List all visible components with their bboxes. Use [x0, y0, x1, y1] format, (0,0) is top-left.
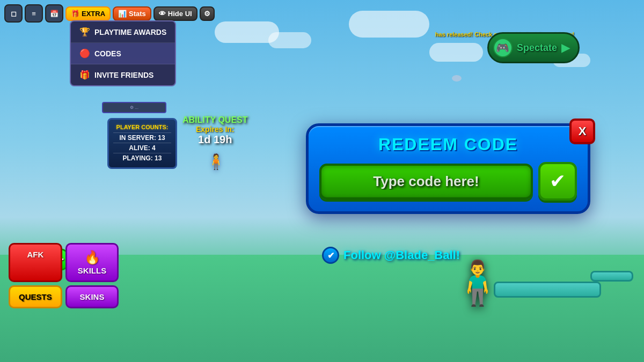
cloud-blob — [452, 75, 462, 82]
spectate-text: Spectate — [517, 42, 557, 54]
stats-button[interactable]: 📊 Stats — [113, 6, 151, 21]
bottom-buttons: AFK 🔥 SKILLS QUESTS SKINS — [9, 243, 119, 308]
checkmark-icon: ✔ — [550, 170, 566, 193]
skills-label: SKILLS — [78, 266, 106, 275]
spectate-icon: 🎮 — [493, 38, 513, 57]
redeem-code-title: REDEEM CODE — [319, 135, 577, 154]
player-counts-board: PLAYER COUNTS: IN SERVER: 13 ALIVE: 4 PL… — [107, 118, 177, 169]
hide-ui-label: Hide UI — [168, 10, 192, 18]
player-board-alive: ALIVE: 4 — [113, 143, 171, 153]
ability-quest-title: ABILITY QUEST — [182, 115, 248, 125]
quests-label: QUESTS — [19, 292, 52, 301]
redeem-code-modal: X REDEEM CODE ✔ — [306, 123, 590, 214]
player-board-header: PLAYER COUNTS: — [113, 124, 171, 130]
icon-1: ◻ — [11, 10, 17, 18]
ability-quest-expires-label: Expires In: — [182, 125, 248, 134]
platform-1 — [494, 282, 601, 298]
ability-quest-panel: ABILITY QUEST Expires In: 1d 19h — [182, 115, 248, 146]
toolbar-icon-2[interactable]: ≡ — [25, 4, 43, 23]
redeem-input-row: ✔ — [319, 162, 577, 201]
toolbar-icon-1[interactable]: ◻ — [4, 4, 23, 23]
stats-label: Stats — [129, 10, 146, 18]
hide-ui-button[interactable]: 👁 Hide UI — [153, 6, 197, 21]
follow-area: ✔ Follow @Blade_Ball! — [322, 247, 460, 264]
codes-label: CODES — [94, 49, 121, 58]
invite-friends-label: INVITE FRIENDS — [94, 71, 153, 79]
follow-label: Follow @Blade_Ball! — [343, 248, 460, 262]
player-board-playing: PLAYING: 13 — [113, 153, 171, 163]
dropdown-item-codes[interactable]: 🔴 CODES — [71, 43, 175, 64]
afk-button[interactable]: AFK — [9, 243, 62, 282]
sign-board: ⚙ ... — [102, 102, 166, 113]
extra-dropdown: 🏆 PLAYTIME AWARDS 🔴 CODES 🎁 INVITE FRIEN… — [70, 20, 176, 86]
extra-label: EXTRA — [82, 10, 105, 18]
toolbar-calendar-btn[interactable]: 📅 — [45, 4, 63, 23]
redeem-code-input[interactable] — [319, 164, 533, 200]
eye-icon: 👁 — [159, 10, 166, 18]
extra-button[interactable]: 🎁 EXTRA — [65, 6, 111, 21]
icon-2: ≡ — [32, 10, 36, 18]
follow-check-icon: ✔ — [322, 247, 339, 264]
calendar-icon: 📅 — [50, 10, 58, 18]
platform-2 — [590, 271, 633, 282]
cloud-5 — [349, 11, 429, 38]
close-icon: X — [579, 124, 587, 138]
quests-button[interactable]: QUESTS — [9, 285, 62, 308]
afk-label: AFK — [27, 250, 43, 259]
toolbar: ◻ ≡ 📅 🎁 EXTRA 📊 Stats 👁 Hide UI ⚙ — [4, 4, 215, 23]
skins-button[interactable]: SKINS — [65, 285, 119, 308]
skills-button[interactable]: 🔥 SKILLS — [65, 243, 119, 282]
skins-label: SKINS — [80, 292, 105, 301]
cloud-3 — [429, 43, 483, 62]
spectate-arrow-icon: ▶ — [561, 41, 569, 54]
gift-icon: 🎁 — [71, 10, 79, 18]
settings-button[interactable]: ⚙ — [200, 6, 215, 21]
close-modal-button[interactable]: X — [569, 119, 595, 144]
dropdown-item-playtime-awards[interactable]: 🏆 PLAYTIME AWARDS — [71, 21, 175, 43]
stats-icon: 📊 — [118, 10, 127, 18]
player-board-in-server: IN SERVER: 13 — [113, 132, 171, 143]
codes-icon: 🔴 — [79, 48, 90, 58]
flame-icon: 🔥 — [84, 250, 100, 265]
spectate-button[interactable]: 🎮 Spectate ▶ — [487, 32, 580, 63]
mini-character: 🧍 — [207, 153, 225, 171]
redeem-modal-container: X REDEEM CODE ✔ — [306, 123, 590, 214]
dropdown-item-invite-friends[interactable]: 🎁 INVITE FRIENDS — [71, 64, 175, 85]
playtime-awards-label: PLAYTIME AWARDS — [94, 28, 166, 36]
invite-icon: 🎁 — [79, 70, 90, 80]
redeem-submit-button[interactable]: ✔ — [538, 162, 577, 201]
player-character: 🧍‍♂️ — [451, 258, 504, 308]
ability-quest-time: 1d 19h — [182, 134, 248, 146]
gear-icon: ⚙ — [204, 10, 210, 18]
sign-text: ⚙ ... — [130, 105, 138, 110]
cloud-2 — [268, 32, 311, 48]
playtime-icon: 🏆 — [79, 27, 90, 37]
